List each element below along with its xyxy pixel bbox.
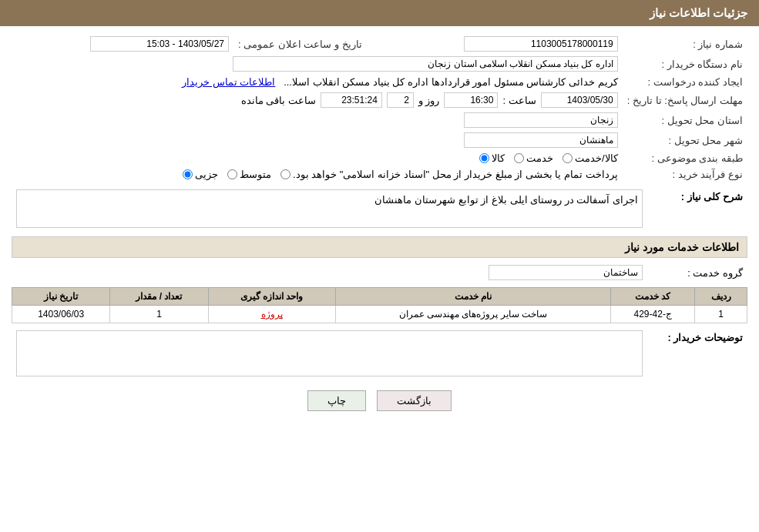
category-goods-label: کالا (492, 152, 505, 164)
service-group-table: گروه خدمت : ساختمان (12, 263, 747, 283)
category-radio-group: کالا/خدمت خدمت کالا (479, 152, 618, 164)
back-button[interactable]: بازگشت (377, 390, 452, 411)
general-desc-label: شرح کلی نیاز : (647, 187, 747, 230)
deadline-row: 1403/05/30 ساعت : 16:30 روز و 2 23:51:24… (12, 90, 623, 110)
service-info-title: اطلاعات خدمات مورد نیاز (12, 236, 747, 258)
service-group-display: ساختمان (489, 265, 643, 280)
category-goods-service-label: کالا/خدمت (575, 152, 618, 164)
need-number-label: شماره نیاز : (623, 34, 747, 54)
announce-date-label: تاریخ و ساعت اعلان عمومی : (233, 34, 378, 54)
service-group-value: ساختمان (12, 263, 647, 283)
col-header-4: تعداد / مقدار (110, 288, 208, 306)
purchase-partial-radio[interactable] (183, 169, 193, 179)
col-header-1: کد خدمت (611, 288, 695, 306)
top-info-table: شماره نیاز : 1103005178000119 تاریخ و سا… (12, 34, 747, 182)
service-group-label: گروه خدمت : (647, 263, 747, 283)
table-cell-0-5: 1403/06/03 (12, 306, 110, 323)
deadline-remaining-label: ساعت باقی مانده (241, 95, 316, 106)
col-header-5: تاریخ نیاز (12, 288, 110, 306)
deadline-remaining-display: 23:51:24 (321, 92, 382, 108)
category-label: طبقه بندی موضوعی : (623, 150, 747, 166)
buyer-notes-textarea[interactable] (16, 330, 643, 376)
purchase-medium-radio[interactable] (227, 169, 237, 179)
creator-text: کریم خدائی کارشناس مسئول امور قراردادها … (284, 76, 618, 88)
col-header-2: نام خدمت (335, 288, 611, 306)
buyer-notes-table: توضیحات خریدار : (12, 328, 747, 381)
category-value: کالا/خدمت خدمت کالا (12, 150, 623, 166)
need-number-display: 1103005178000119 (464, 36, 618, 52)
announce-date-display: 1403/05/27 - 15:03 (90, 36, 229, 52)
province-value: زنجان (12, 110, 623, 130)
category-service-label: خدمت (526, 152, 553, 164)
col-header-3: واحد اندازه گیری (208, 288, 335, 306)
deadline-days-label: روز و (418, 95, 440, 106)
table-cell-0-1: ج-42-429 (611, 306, 695, 323)
buttons-row: بازگشت چاپ (12, 390, 747, 411)
table-cell-0-3: پروژه (208, 306, 335, 323)
province-display: زنجان (464, 112, 618, 128)
purchase-full-radio[interactable] (280, 169, 291, 179)
purchase-full-option: پرداخت تمام یا بخشی از مبلغ خریدار از مح… (280, 169, 618, 180)
main-content: شماره نیاز : 1103005178000119 تاریخ و سا… (0, 26, 759, 425)
table-cell-0-0: 1 (695, 306, 747, 323)
buyer-org-value: اداره کل بنیاد مسکن انقلاب اسلامی استان … (12, 54, 623, 74)
general-desc-value: اجرای آسفالت در روستای ایلی بلاغ از تواب… (12, 187, 647, 230)
province-label: استان محل تحویل : (623, 110, 747, 130)
purchase-type-value: پرداخت تمام یا بخشی از مبلغ خریدار از مح… (12, 166, 623, 182)
header-title: جزئیات اطلاعات نیاز (650, 6, 747, 19)
purchase-full-label: پرداخت تمام یا بخشی از مبلغ خریدار از مح… (293, 169, 618, 180)
city-label: شهر محل تحویل : (623, 130, 747, 150)
service-table: ردیفکد خدمتنام خدمتواحد اندازه گیریتعداد… (12, 287, 747, 323)
category-goods-radio[interactable] (479, 153, 489, 163)
purchase-medium-option: متوسط (227, 169, 271, 180)
deadline-label: مهلت ارسال پاسخ: تا تاریخ : (623, 90, 747, 110)
deadline-date-display: 1403/05/30 (541, 92, 618, 108)
purchase-medium-label: متوسط (240, 169, 271, 180)
general-desc-table: شرح کلی نیاز : اجرای آسفالت در روستای ای… (12, 187, 747, 230)
category-service-option: خدمت (514, 152, 553, 164)
general-desc-box: اجرای آسفالت در روستای ایلی بلاغ از تواب… (16, 189, 643, 228)
buyer-notes-label: توضیحات خریدار : (647, 328, 747, 381)
print-button[interactable]: چاپ (307, 390, 366, 411)
announce-date-value: 1403/05/27 - 15:03 (12, 34, 233, 54)
col-header-0: ردیف (695, 288, 747, 306)
category-goods-option: کالا (479, 152, 505, 164)
table-row: 1ج-42-429ساخت سایر پروژه‌های مهندسی عمرا… (12, 306, 747, 323)
category-goods-service-radio[interactable] (563, 153, 573, 163)
page-wrapper: جزئیات اطلاعات نیاز شماره نیاز : 1103005… (0, 0, 759, 532)
buyer-org-display: اداره کل بنیاد مسکن انقلاب اسلامی استان … (233, 56, 618, 72)
deadline-time-display: 16:30 (444, 92, 498, 108)
purchase-type-label: نوع فرآیند خرید : (623, 166, 747, 182)
creator-value: کریم خدائی کارشناس مسئول امور قراردادها … (12, 74, 623, 90)
page-header: جزئیات اطلاعات نیاز (0, 0, 759, 26)
buyer-notes-value (12, 328, 647, 381)
need-number-value: 1103005178000119 (378, 34, 623, 54)
city-value: ماهنشان (12, 130, 623, 150)
city-display: ماهنشان (464, 132, 618, 148)
deadline-time-label: ساعت : (502, 95, 536, 106)
creator-contact-link[interactable]: اطلاعات تماس خریدار (182, 76, 275, 88)
table-cell-0-4: 1 (110, 306, 208, 323)
deadline-days-display: 2 (387, 92, 414, 108)
purchase-partial-option: جزیی (183, 169, 218, 180)
creator-label: ایجاد کننده درخواست : (623, 74, 747, 90)
table-cell-0-2: ساخت سایر پروژه‌های مهندسی عمران (335, 306, 611, 323)
buyer-org-label: نام دستگاه خریدار : (623, 54, 747, 74)
category-service-radio[interactable] (514, 153, 524, 163)
purchase-partial-label: جزیی (195, 169, 218, 180)
category-goods-service-option: کالا/خدمت (563, 152, 618, 164)
purchase-type-radio-group: پرداخت تمام یا بخشی از مبلغ خریدار از مح… (183, 169, 618, 180)
